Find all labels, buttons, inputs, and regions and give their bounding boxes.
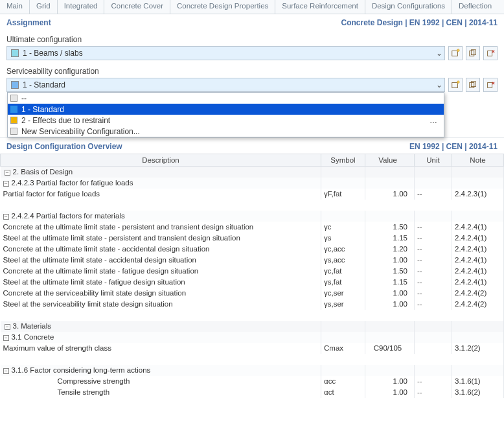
assignment-title: Assignment [6,18,51,27]
table-row[interactable]: Steel at the ultimate limit state - pers… [1,233,504,244]
assignment-subtitle: Concrete Design | EN 1992 | CEN | 2014-1… [341,18,498,27]
table-row[interactable]: −2.4.2.3 Partial factor for fatigue load… [1,178,504,189]
serviceability-dropdown: -- 1 - Standard 2 - Effects due to restr… [7,92,444,137]
table-row[interactable]: −2.4.2.4 Partial factors for materials [1,211,504,222]
serviceability-swatch [11,81,19,89]
svg-rect-5 [452,83,458,88]
table-row[interactable]: Concrete at the ultimate limit state - p… [1,222,504,233]
collapse-icon[interactable]: − [5,324,10,330]
tab-grid[interactable]: Grid [30,0,58,14]
serviceability-config-label: Serviceability configuration [6,67,498,76]
svg-rect-4 [488,51,492,56]
dropdown-item-new[interactable]: New Serviceability Configuration... [8,126,444,137]
collapse-icon[interactable]: − [3,181,9,187]
svg-rect-8 [471,82,475,87]
duplicate-config-button[interactable] [466,46,480,60]
table-row[interactable]: Compressive strengthαcc1.00--3.1.6(1) [1,376,504,387]
svg-rect-0 [452,51,458,56]
collapse-icon[interactable]: − [3,335,9,341]
overview-table: Description Symbol Value Unit Note −2. B… [0,154,504,398]
swatch-icon [10,128,17,135]
table-row[interactable]: Steel at the ultimate limit state - acci… [1,255,504,266]
table-row[interactable]: −3.1 Concrete [1,332,504,343]
table-row[interactable]: Concrete at the ultimate limit state - f… [1,266,504,277]
new-config-button[interactable] [448,78,463,92]
svg-point-6 [457,81,460,84]
table-row[interactable]: Maximum value of strength classCmaxC90/1… [1,343,504,354]
overview-header: Design Configuration Overview EN 1992 | … [0,137,504,154]
tab-concrete-design-properties[interactable]: Concrete Design Properties [170,0,275,14]
col-value[interactable]: Value [365,154,415,167]
overview-title: Design Configuration Overview [6,142,122,151]
svg-rect-2 [470,51,474,56]
tab-concrete-cover[interactable]: Concrete Cover [104,0,170,14]
table-row[interactable]: Tensile strengthαct1.00--3.1.6(2) [1,387,504,398]
svg-rect-7 [470,83,474,88]
collapse-icon[interactable]: − [3,214,9,220]
tab-main[interactable]: Main [0,0,30,14]
col-description[interactable]: Description [1,154,321,167]
ultimate-config-label: Ultimate configuration [6,35,498,44]
table-row[interactable]: Steel at the serviceability limit state … [1,299,504,310]
top-tabs: Main Grid Integrated Concrete Cover Conc… [0,0,504,14]
assignment-header: Assignment Concrete Design | EN 1992 | C… [0,14,504,30]
table-row[interactable]: −3. Materials [1,321,504,332]
tab-surface-reinforcement[interactable]: Surface Reinforcement [275,0,365,14]
delete-config-button[interactable] [483,78,498,92]
tab-design-configurations[interactable]: Design Configurations [365,0,452,14]
chevron-down-icon[interactable]: ⌄ [433,49,444,58]
ellipsis-icon: … [430,116,441,125]
collapse-icon[interactable]: − [5,170,10,176]
dropdown-item-restraint[interactable]: 2 - Effects due to restraint … [8,115,444,126]
swatch-icon [10,95,17,102]
svg-rect-9 [488,83,492,88]
ultimate-config-combo[interactable]: 1 - Beams / slabs ⌄ [6,46,445,60]
table-row[interactable] [1,310,504,321]
tab-integrated[interactable]: Integrated [58,0,105,14]
table-row[interactable]: Partial factor for fatigue loadsγF,fat1.… [1,189,504,200]
delete-config-button[interactable] [483,46,498,60]
chevron-down-icon[interactable]: ⌄ [433,80,444,89]
tab-deflections[interactable]: Deflection [452,0,498,14]
table-row[interactable] [1,354,504,365]
svg-point-1 [457,49,460,52]
table-row[interactable]: Steel at the ultimate limit state - fati… [1,277,504,288]
table-row[interactable]: −2. Basis of Design [1,167,504,178]
ultimate-config-value: 1 - Beams / slabs [23,49,433,58]
table-row[interactable]: Concrete at the ultimate limit state - a… [1,244,504,255]
duplicate-config-button[interactable] [466,78,480,92]
new-config-button[interactable] [448,46,463,60]
overview-subtitle: EN 1992 | CEN | 2014-11 [409,142,498,151]
col-symbol[interactable]: Symbol [321,154,365,167]
svg-rect-3 [471,50,475,55]
serviceability-config-combo[interactable]: 1 - Standard ⌄ -- 1 - Standard 2 - Effec… [6,78,445,92]
swatch-icon [10,106,17,113]
table-row[interactable]: Concrete at the serviceability limit sta… [1,288,504,299]
table-row[interactable] [1,200,504,211]
serviceability-config-value: 1 - Standard [23,80,433,89]
dropdown-item-standard[interactable]: 1 - Standard [8,104,444,115]
col-unit[interactable]: Unit [415,154,452,167]
dropdown-item-blank[interactable]: -- [8,93,444,104]
ultimate-swatch [11,49,19,57]
table-row[interactable]: −3.1.6 Factor considering long-term acti… [1,365,504,376]
collapse-icon[interactable]: − [3,368,9,374]
col-note[interactable]: Note [452,154,504,167]
swatch-icon [10,117,17,124]
